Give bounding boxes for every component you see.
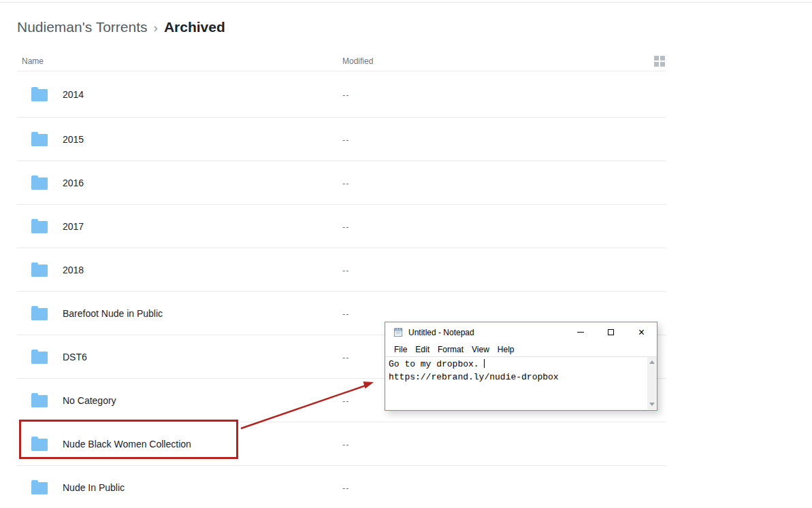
column-header-name[interactable]: Name: [22, 56, 44, 66]
notepad-menubar: File Edit Format View Help: [385, 342, 657, 356]
table-row[interactable]: Nude In Public --: [17, 466, 666, 508]
row-modified: --: [342, 265, 350, 275]
grid-view-icon[interactable]: [654, 56, 665, 67]
folder-icon: [31, 89, 48, 101]
row-name[interactable]: 2016: [63, 177, 84, 188]
table-row[interactable]: 2016 --: [17, 161, 666, 205]
breadcrumb: Nudieman's Torrents›Archived: [17, 19, 225, 35]
file-rows: 2014 -- 2015 -- 2016 -- 2017 -- 2018 -- …: [17, 71, 666, 508]
menu-help[interactable]: Help: [493, 345, 519, 354]
row-modified: --: [342, 177, 350, 188]
row-modified: --: [342, 89, 350, 99]
menu-edit[interactable]: Edit: [411, 345, 434, 354]
minimize-icon: [577, 332, 584, 333]
table-row[interactable]: 2017 --: [17, 205, 666, 248]
row-name[interactable]: Nude In Public: [63, 482, 125, 493]
folder-icon: [31, 308, 48, 320]
close-button[interactable]: ×: [626, 322, 657, 342]
row-name[interactable]: Barefoot Nude in Public: [63, 308, 163, 319]
row-name[interactable]: 2014: [63, 89, 84, 100]
folder-icon: [31, 221, 48, 233]
folder-icon: [31, 439, 48, 451]
table-row[interactable]: 2014 --: [17, 71, 666, 118]
table-row-highlighted[interactable]: Nude Black Women Collection --: [17, 422, 666, 466]
row-modified: --: [342, 439, 350, 449]
breadcrumb-separator-icon: ›: [154, 20, 158, 35]
row-name[interactable]: DST6: [63, 352, 87, 362]
row-name[interactable]: 2018: [63, 265, 84, 275]
folder-icon: [31, 395, 48, 407]
menu-format[interactable]: Format: [434, 345, 468, 354]
folder-icon: [31, 265, 48, 277]
row-name[interactable]: 2017: [63, 221, 84, 232]
folder-icon: [31, 134, 48, 146]
row-modified: --: [342, 352, 350, 362]
minimize-button[interactable]: [565, 322, 596, 342]
row-name[interactable]: Nude Black Women Collection: [63, 439, 191, 450]
text-line-2: https://rebrand.ly/nudie-dropbox: [385, 371, 657, 384]
notepad-window: Untitled - Notepad × File Edit Format Vi…: [385, 322, 657, 411]
folder-icon: [31, 177, 48, 190]
breadcrumb-parent-link[interactable]: Nudieman's Torrents: [17, 19, 148, 35]
menu-file[interactable]: File: [390, 345, 411, 354]
column-header-modified[interactable]: Modified: [342, 56, 373, 66]
folder-icon: [31, 482, 48, 494]
maximize-icon: [608, 329, 614, 335]
row-modified: --: [342, 395, 350, 405]
text-line: Go to my dropbox.: [385, 358, 657, 371]
window-title: Untitled - Notepad: [408, 328, 474, 337]
row-modified: --: [342, 308, 350, 318]
notepad-icon: [393, 327, 404, 337]
notepad-text-area[interactable]: Go to my dropbox. https://rebrand.ly/nud…: [385, 356, 657, 409]
row-modified: --: [342, 221, 350, 231]
page-top-divider: [0, 2, 812, 3]
notepad-titlebar[interactable]: Untitled - Notepad ×: [385, 322, 657, 342]
table-row[interactable]: 2015 --: [17, 118, 666, 161]
scroll-down-icon[interactable]: [649, 403, 655, 406]
text-line-1: Go to my dropbox.: [389, 359, 484, 369]
maximize-button[interactable]: [596, 322, 626, 342]
row-name[interactable]: No Category: [63, 395, 116, 406]
table-row[interactable]: 2018 --: [17, 248, 666, 292]
close-icon: ×: [638, 327, 645, 338]
window-controls: ×: [565, 322, 657, 342]
row-modified: --: [342, 134, 350, 144]
scroll-up-icon[interactable]: [649, 360, 655, 364]
menu-view[interactable]: View: [468, 345, 493, 354]
row-name[interactable]: 2015: [63, 134, 84, 145]
vertical-scrollbar[interactable]: [647, 357, 657, 409]
text-cursor: [484, 359, 485, 368]
row-modified: --: [342, 483, 350, 493]
folder-icon: [31, 352, 48, 364]
list-header: Name Modified: [17, 51, 666, 71]
breadcrumb-current: Archived: [164, 19, 225, 35]
